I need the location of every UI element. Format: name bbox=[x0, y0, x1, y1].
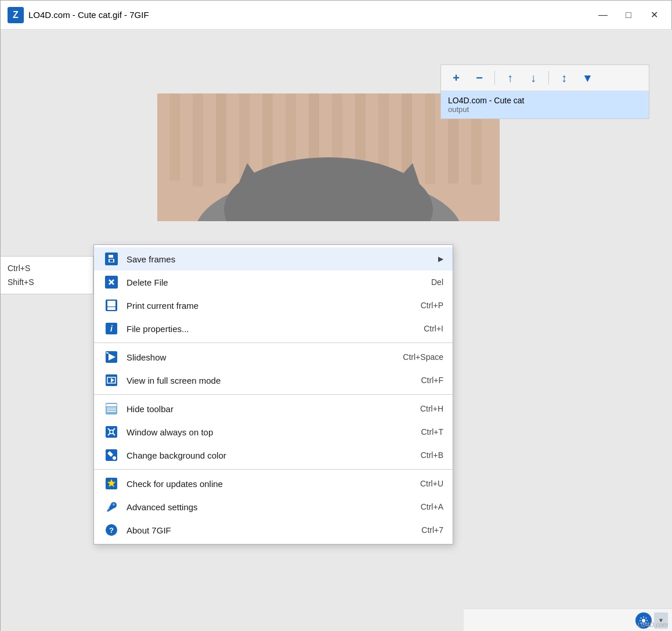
file-item-selected[interactable]: LO4D.com - Cute cat output bbox=[441, 91, 649, 118]
svg-rect-41 bbox=[106, 404, 117, 406]
advanced-settings-shortcut: Ctrl+A bbox=[421, 502, 443, 511]
fullscreen-shortcut: Ctrl+F bbox=[421, 376, 444, 385]
close-button[interactable]: ✕ bbox=[644, 5, 664, 26]
about-icon: ? bbox=[103, 523, 120, 537]
hide-toolbar-icon bbox=[103, 402, 120, 416]
delete-file-label: Delete File bbox=[127, 277, 408, 287]
context-menu: Save frames ▶ Delete File Del bbox=[93, 244, 453, 545]
menu-separator-1 bbox=[94, 342, 453, 343]
hide-toolbar-label: Hide toolbar bbox=[127, 404, 397, 414]
menu-item-check-updates[interactable]: Check for updates online Ctrl+U bbox=[94, 472, 453, 495]
menu-item-save-frames[interactable]: Save frames ▶ bbox=[94, 247, 453, 271]
window-title: LO4D.com - Cute cat.gif - 7GIF bbox=[28, 10, 592, 20]
check-updates-icon bbox=[103, 477, 120, 491]
svg-rect-22 bbox=[109, 255, 113, 258]
sort-dropdown-button[interactable]: ▾ bbox=[577, 68, 598, 87]
menu-item-slideshow[interactable]: Slideshow Ctrl+Space bbox=[94, 345, 453, 369]
about-shortcut: Ctrl+7 bbox=[421, 525, 443, 535]
change-bgcolor-label: Change background color bbox=[127, 450, 398, 460]
advanced-settings-icon bbox=[103, 500, 120, 514]
toolbar-panel: + − ↑ ↓ ↕ ▾ LO4D.com - Cute cat output bbox=[440, 64, 649, 119]
always-on-top-label: Window always on top bbox=[127, 427, 398, 437]
slideshow-shortcut: Ctrl+Space bbox=[403, 352, 443, 362]
file-properties-label: File properties... bbox=[127, 324, 400, 334]
lo4d-watermark: LO4D.com bbox=[637, 621, 668, 628]
check-updates-label: Check for updates online bbox=[127, 479, 397, 489]
menu-item-always-on-top[interactable]: Window always on top Ctrl+T bbox=[94, 420, 453, 443]
add-button[interactable]: + bbox=[446, 68, 467, 87]
slideshow-icon bbox=[103, 350, 120, 364]
move-down-button[interactable]: ↓ bbox=[523, 68, 544, 87]
floppy-icon bbox=[107, 254, 116, 264]
menu-item-about[interactable]: ? About 7GIF Ctrl+7 bbox=[94, 518, 453, 542]
svg-point-50 bbox=[113, 456, 116, 460]
toolbar-buttons: + − ↑ ↓ ↕ ▾ bbox=[441, 65, 649, 91]
change-bgcolor-icon bbox=[103, 448, 120, 462]
menu-item-change-bgcolor[interactable]: Change background color Ctrl+B bbox=[94, 443, 453, 467]
file-properties-shortcut: Ctrl+I bbox=[424, 324, 443, 333]
window-controls: — □ ✕ bbox=[592, 5, 664, 26]
menu-item-advanced-settings[interactable]: Advanced settings Ctrl+A bbox=[94, 495, 453, 518]
svg-text:?: ? bbox=[109, 526, 114, 535]
hide-toolbar-shortcut: Ctrl+H bbox=[420, 404, 443, 413]
advanced-settings-label: Advanced settings bbox=[127, 502, 398, 512]
delete-file-icon bbox=[103, 275, 120, 289]
menu-item-delete-file[interactable]: Delete File Del bbox=[94, 271, 453, 294]
shortcut-item-1: Ctrl+S bbox=[8, 261, 86, 275]
menu-separator-3 bbox=[94, 469, 453, 470]
fullscreen-label: View in full screen mode bbox=[127, 376, 398, 385]
print-frame-label: Print current frame bbox=[127, 301, 398, 311]
sort-button[interactable]: ↕ bbox=[554, 68, 575, 87]
file-list: LO4D.com - Cute cat output bbox=[441, 91, 649, 118]
print-icon bbox=[103, 298, 120, 312]
about-label: About 7GIF bbox=[127, 525, 398, 535]
menu-separator-2 bbox=[94, 394, 453, 395]
main-window: Z LO4D.com - Cute cat.gif - 7GIF — □ ✕ bbox=[0, 0, 672, 631]
toolbar-separator-2 bbox=[548, 71, 549, 85]
save-frames-icon bbox=[103, 252, 120, 266]
app-icon: Z bbox=[8, 7, 24, 23]
file-sub: output bbox=[448, 105, 642, 114]
svg-point-48 bbox=[110, 430, 113, 434]
svg-rect-24 bbox=[110, 259, 113, 262]
menu-item-print-frame[interactable]: Print current frame Ctrl+P bbox=[94, 294, 453, 317]
file-name: LO4D.com - Cute cat bbox=[448, 96, 642, 105]
svg-rect-30 bbox=[107, 307, 115, 310]
menu-item-hide-toolbar[interactable]: Hide toolbar Ctrl+H bbox=[94, 397, 453, 420]
app-content: › + − ↑ ↓ ↕ ▾ LO4D.com - Cute cat output bbox=[1, 30, 672, 631]
menu-item-file-properties[interactable]: i File properties... Ctrl+I bbox=[94, 317, 453, 340]
remove-button[interactable]: − bbox=[469, 68, 490, 87]
slideshow-label: Slideshow bbox=[127, 352, 380, 362]
menu-item-fullscreen[interactable]: View in full screen mode Ctrl+F bbox=[94, 369, 453, 392]
print-frame-shortcut: Ctrl+P bbox=[421, 301, 443, 310]
minimize-button[interactable]: — bbox=[592, 5, 613, 26]
title-bar: Z LO4D.com - Cute cat.gif - 7GIF — □ ✕ bbox=[1, 1, 671, 30]
fullscreen-icon bbox=[103, 373, 120, 387]
shortcut-item-2: Shift+S bbox=[8, 275, 86, 289]
restore-button[interactable]: □ bbox=[618, 5, 639, 26]
info-icon: i bbox=[103, 322, 120, 336]
save-frames-arrow: ▶ bbox=[438, 255, 443, 263]
shortcut-sidebar: Ctrl+S Shift+S bbox=[1, 256, 93, 294]
toolbar-separator-1 bbox=[494, 71, 495, 85]
change-bgcolor-shortcut: Ctrl+B bbox=[421, 450, 443, 460]
check-updates-shortcut: Ctrl+U bbox=[420, 479, 443, 488]
save-frames-label: Save frames bbox=[127, 254, 433, 264]
move-up-button[interactable]: ↑ bbox=[500, 68, 521, 87]
svg-rect-31 bbox=[107, 301, 115, 303]
always-on-top-icon bbox=[103, 425, 120, 439]
svg-point-53 bbox=[113, 503, 115, 506]
x-icon bbox=[107, 277, 116, 287]
always-on-top-shortcut: Ctrl+T bbox=[421, 427, 444, 437]
delete-file-shortcut: Del bbox=[431, 277, 443, 287]
